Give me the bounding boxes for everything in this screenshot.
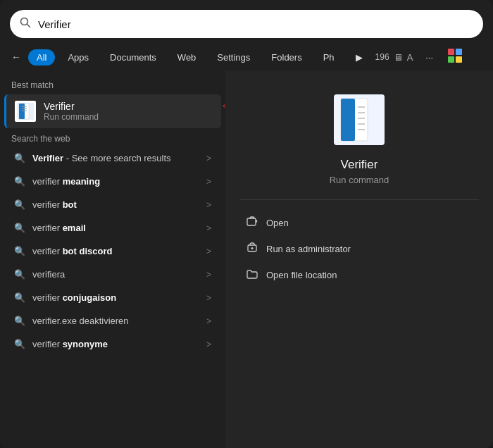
filter-back-button[interactable]: ← [8, 49, 24, 66]
web-item-arrow-5: > [206, 270, 211, 280]
web-search-icon-1: 🔍 [14, 176, 25, 187]
filter-count: 196 [375, 52, 389, 62]
web-search-icon-3: 🔍 [14, 223, 25, 233]
filter-bar: ← All Apps Documents Web Settings Folder… [0, 44, 493, 70]
web-item-arrow-8: > [206, 340, 211, 349]
best-match-label: Best match [0, 77, 225, 94]
web-item-text-0: Verifier - See more search results [32, 153, 206, 163]
search-icon [20, 17, 31, 31]
web-item-text-4: verifier bot discord [32, 246, 206, 256]
web-item-arrow-0: > [206, 154, 211, 163]
web-item-text-1: verifier meaning [32, 176, 206, 187]
filter-documents-button[interactable]: Documents [101, 49, 165, 66]
filter-apps-button[interactable]: Apps [59, 49, 97, 66]
svg-rect-5 [456, 56, 462, 63]
web-search-icon-8: 🔍 [14, 339, 25, 349]
right-panel: Verifier Run command Open [225, 70, 493, 448]
web-item-3[interactable]: 🔍 verifier email > [4, 216, 221, 239]
web-item-arrow-4: > [206, 247, 211, 256]
best-match-subtitle: Run command [44, 112, 211, 122]
svg-rect-15 [341, 99, 355, 141]
search-bar[interactable]: Verifier [10, 10, 483, 38]
web-item-6[interactable]: 🔍 verifier conjugaison > [4, 286, 221, 309]
search-window: Verifier ← All Apps Documents Web Settin… [0, 0, 493, 448]
web-item-arrow-2: > [206, 200, 211, 210]
web-item-arrow-1: > [206, 177, 211, 187]
web-search-icon-6: 🔍 [14, 292, 25, 303]
web-item-text-8: verifier synonyme [32, 339, 206, 349]
best-match-item[interactable]: Verifier Run command ← [4, 94, 221, 128]
filter-colorful-icon [447, 48, 463, 67]
svg-line-1 [27, 25, 30, 27]
detail-divider [239, 199, 479, 200]
action-file-location-label: Open file location [266, 270, 337, 280]
filter-web-button[interactable]: Web [169, 49, 205, 66]
main-content: Best match Verifier R [0, 70, 493, 448]
detail-app-subtitle: Run command [330, 175, 389, 185]
action-open[interactable]: Open [239, 210, 479, 236]
detail-app-name: Verifier [341, 158, 378, 172]
web-item-text-6: verifier conjugaison [32, 292, 206, 303]
web-item-2[interactable]: 🔍 verifier bot > [4, 193, 221, 216]
svg-rect-4 [448, 56, 454, 63]
action-admin[interactable]: Run as administrator [239, 236, 479, 262]
web-item-arrow-3: > [206, 223, 211, 233]
admin-icon [245, 242, 259, 256]
web-item-arrow-6: > [206, 293, 211, 303]
verifier-app-icon-large [331, 92, 387, 148]
filter-folders-button[interactable]: Folders [263, 49, 310, 66]
svg-rect-3 [456, 49, 462, 55]
filter-more-button[interactable]: ··· [417, 49, 442, 66]
web-item-text-5: verifiera [32, 269, 206, 280]
action-list: Open Run as administrator [239, 210, 479, 288]
web-search-icon-2: 🔍 [14, 199, 25, 210]
filter-a: A [407, 52, 413, 63]
web-search-icon-0: 🔍 [14, 153, 25, 163]
search-input-value: Verifier [38, 18, 473, 30]
filter-ph-button[interactable]: Ph [315, 49, 343, 66]
folder-icon [245, 268, 259, 282]
web-item-5[interactable]: 🔍 verifiera > [4, 263, 221, 286]
web-item-7[interactable]: 🔍 verifier.exe deaktivieren > [4, 309, 221, 332]
red-arrow-annotation: ← [220, 97, 225, 113]
best-match-text: Verifier Run command [44, 101, 211, 122]
action-file-location[interactable]: Open file location [239, 262, 479, 288]
filter-network: 🖥 [394, 52, 403, 63]
web-item-1[interactable]: 🔍 verifier meaning > [4, 170, 221, 193]
web-item-4[interactable]: 🔍 verifier bot discord > [4, 239, 221, 263]
svg-point-23 [251, 247, 254, 249]
verifier-app-icon-small [14, 100, 37, 123]
web-search-icon-4: 🔍 [14, 246, 25, 256]
filter-play-button[interactable]: ▶ [347, 49, 371, 66]
web-item-arrow-7: > [206, 316, 211, 326]
svg-rect-21 [247, 218, 256, 225]
web-search-icon-7: 🔍 [14, 316, 25, 326]
action-open-label: Open [266, 218, 289, 228]
filter-all-button[interactable]: All [28, 49, 55, 66]
web-search-label: Search the web [0, 128, 225, 147]
best-match-title: Verifier [44, 101, 211, 112]
svg-rect-9 [19, 104, 25, 119]
action-admin-label: Run as administrator [266, 244, 351, 254]
left-panel: Best match Verifier R [0, 70, 225, 448]
open-icon [245, 216, 259, 230]
web-item-text-7: verifier.exe deaktivieren [32, 316, 206, 326]
svg-rect-2 [448, 49, 454, 55]
web-item-text-2: verifier bot [32, 199, 206, 210]
web-item-text-3: verifier email [32, 223, 206, 233]
web-item-0[interactable]: 🔍 Verifier - See more search results > [4, 147, 221, 170]
web-search-icon-5: 🔍 [14, 269, 25, 280]
filter-settings-button[interactable]: Settings [208, 49, 258, 66]
web-item-8[interactable]: 🔍 verifier synonyme > [4, 332, 221, 356]
